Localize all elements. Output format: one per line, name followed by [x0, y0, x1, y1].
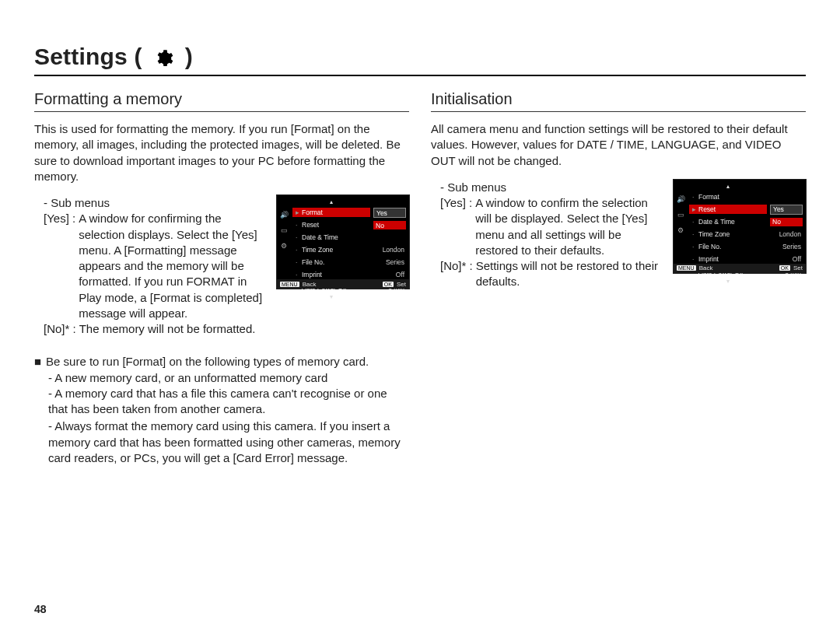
osd-val-no: No [770, 218, 803, 226]
page-number: 48 [34, 603, 47, 615]
sound-icon: 🔊 [677, 195, 684, 203]
ok-key-icon: OK [383, 282, 394, 287]
osd-item-fileno: ·File No. [689, 242, 767, 251]
gear-icon: ⚙ [280, 242, 288, 250]
sound-icon: 🔊 [280, 211, 288, 219]
formatting-sub-text: - Sub menus [Yes] : A window for confirm… [34, 195, 266, 337]
init-yes-key: [Yes] : [440, 195, 472, 258]
osd-format-values: Yes No London Series Off 3 min [373, 200, 406, 292]
page-title-row: Settings ( ) [34, 44, 806, 76]
formatting-intro: This is used for formatting the memory. … [34, 121, 409, 184]
formatting-sub-label: - Sub menus [34, 195, 266, 211]
osd-val: Off [373, 270, 406, 279]
gear-icon: ⚙ [677, 226, 684, 234]
osd-footer-back: Back [303, 281, 317, 288]
display-icon: ▭ [677, 211, 684, 219]
osd-val [373, 233, 406, 242]
osd-item-imprint: ·Imprint [689, 254, 767, 264]
init-sub-text: - Sub menus [Yes] : A window to confirm … [431, 180, 663, 290]
osd-val-no: No [373, 221, 406, 229]
formatting-bullets: ■ Be sure to run [Format] on the followi… [34, 354, 409, 466]
osd-format-footer: MENU Back OK Set [277, 279, 409, 289]
arrow-up-icon: ▴ [689, 184, 767, 189]
formatting-yes-key: [Yes] : [44, 211, 75, 321]
osd-reset-screenshot: 🔊 ▭ ⚙ ▴ ·Format ▸Reset ·Date & Time ·Tim… [674, 180, 806, 273]
osd-item-timezone: ·Time Zone [689, 229, 767, 239]
init-sub-label: - Sub menus [431, 180, 663, 195]
osd-footer-set: Set [397, 281, 406, 288]
arrow-up-icon: ▴ [292, 200, 370, 205]
formatting-no-body: The memory will not be formatted. [79, 321, 256, 337]
manual-page: Settings ( ) Formatting a memory This is… [0, 0, 840, 634]
formatting-heading: Formatting a memory [34, 90, 409, 112]
formatting-yes-row: [Yes] : A window for confirming the sele… [34, 211, 266, 321]
menu-key-icon: MENU [280, 282, 299, 287]
init-intro: All camera menu and function settings wi… [431, 121, 806, 169]
osd-val: London [770, 229, 803, 239]
arrow-down-icon: ▾ [292, 295, 370, 299]
page-title: Settings ( ) [34, 44, 193, 70]
osd-item-reset: ·Reset [292, 220, 370, 229]
osd-side-icons: 🔊 ▭ ⚙ [280, 211, 288, 250]
formatting-b1: - A new memory card, or an unformatted m… [48, 370, 409, 386]
osd-val-yes: Yes [770, 205, 803, 215]
title-paren-close: ) [185, 44, 193, 69]
osd-val: London [373, 245, 406, 254]
osd-item-imprint: ·Imprint [292, 270, 370, 279]
formatting-bullet-head-text: Be sure to run [Format] on the following… [46, 354, 369, 370]
init-no-key: [No]* : [440, 258, 473, 290]
title-paren-open: ( [135, 44, 142, 69]
osd-item-datetime: ·Date & Time [292, 233, 370, 242]
square-bullet-icon: ■ [34, 354, 41, 370]
formatting-b3: - Always format the memory card using th… [48, 419, 409, 466]
osd-footer-back: Back [699, 264, 713, 271]
formatting-no-key: [No]* : [44, 321, 76, 337]
arrow-down-icon: ▾ [689, 279, 767, 284]
ok-key-icon: OK [779, 265, 790, 271]
formatting-sub-wrap: - Sub menus [Yes] : A window for confirm… [34, 195, 409, 337]
init-yes-body: A window to confirm the selection will b… [475, 195, 663, 258]
display-icon: ▭ [280, 226, 288, 234]
title-label: Settings [34, 44, 128, 69]
osd-side-icons: 🔊 ▭ ⚙ [677, 195, 684, 234]
left-column: Formatting a memory This is used for for… [34, 90, 409, 466]
osd-reset-footer: MENU Back OK Set [674, 264, 806, 273]
osd-format-screenshot: 🔊 ▭ ⚙ ▴ ▸Format ·Reset ·Date & Time ·Tim… [277, 195, 409, 289]
init-sub-wrap: - Sub menus [Yes] : A window to confirm … [431, 180, 806, 290]
menu-key-icon: MENU [677, 265, 696, 271]
osd-item-fileno: ·File No. [292, 257, 370, 267]
osd-item-datetime: ·Date & Time [689, 217, 767, 226]
formatting-yes-body: A window for confirming the selection di… [79, 211, 266, 321]
osd-val: Series [373, 257, 406, 267]
init-heading: Initialisation [431, 90, 806, 112]
osd-val: Off [770, 254, 803, 264]
osd-item-format: ▸Format [292, 208, 370, 217]
init-yes-row: [Yes] : A window to confirm the selectio… [431, 195, 663, 258]
osd-val: Series [770, 242, 803, 251]
osd-reset-values: Yes No London Series Off 3 min [770, 184, 803, 276]
formatting-bullet-items: - A new memory card, or an unformatted m… [34, 370, 409, 467]
content-columns: Formatting a memory This is used for for… [34, 90, 806, 466]
init-no-body: Settings will not be restored to their d… [476, 258, 663, 290]
osd-item-timezone: ·Time Zone [292, 245, 370, 254]
osd-val-yes: Yes [373, 208, 406, 218]
init-no-row: [No]* : Settings will not be restored to… [431, 258, 663, 290]
formatting-no-row: [No]* : The memory will not be formatted… [34, 321, 266, 337]
osd-footer-set: Set [793, 264, 803, 271]
osd-item-reset: ▸Reset [689, 205, 767, 214]
right-column: Initialisation All camera menu and funct… [431, 90, 806, 466]
gear-icon [153, 48, 173, 68]
formatting-bullet-head: ■ Be sure to run [Format] on the followi… [34, 354, 409, 370]
formatting-b2: - A memory card that has a file this cam… [48, 386, 409, 418]
osd-item-format: ·Format [689, 192, 767, 201]
